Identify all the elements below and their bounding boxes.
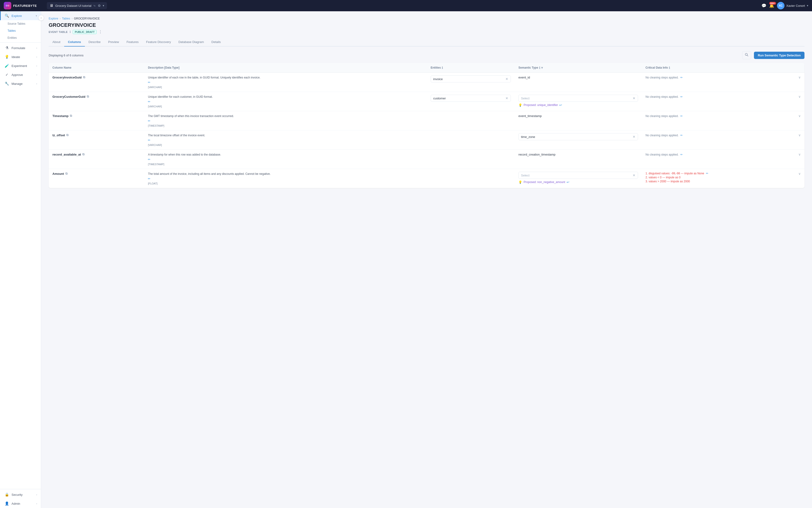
critical-data-info-icon[interactable]: ℹ xyxy=(669,66,670,70)
cleaning-edit-icon-4[interactable]: ✏ xyxy=(680,134,683,137)
sidebar-item-manage[interactable]: 🔧 Manage › xyxy=(0,79,41,88)
semantic-clear-4[interactable]: ✕ xyxy=(633,135,636,139)
notification-button[interactable]: 🔔 999+ xyxy=(769,3,774,8)
semantic-select-2[interactable]: Select ✕ xyxy=(518,95,638,102)
accept-proposed-icon-6[interactable]: ↩ xyxy=(567,180,569,184)
semantic-select-6[interactable]: Select ✕ xyxy=(518,172,638,179)
tab-database-diagram[interactable]: Database Diagram xyxy=(175,38,208,46)
tab-columns[interactable]: Columns xyxy=(64,38,85,46)
sidebar-item-approve[interactable]: ✓ Approve › xyxy=(0,70,41,79)
sidebar-item-tables[interactable]: Tables xyxy=(0,27,41,34)
cell-desc-5: A timestamp for when this row was added … xyxy=(144,150,427,169)
sidebar-item-ideate[interactable]: 💡 Ideate › xyxy=(0,52,41,61)
edit-desc-icon-1[interactable]: ✏ xyxy=(148,81,423,84)
copy-icon-3[interactable]: ⧉ xyxy=(70,114,72,118)
sidebar-item-experiment[interactable]: 🧪 Experiment › xyxy=(0,61,41,70)
breadcrumb-explore[interactable]: Explore xyxy=(49,17,58,20)
breadcrumb-tables[interactable]: Tables xyxy=(62,17,70,20)
tab-preview[interactable]: Preview xyxy=(105,38,123,46)
edit-desc-icon-4[interactable]: ✏ xyxy=(148,138,423,142)
table-row: Amount ⧉ The total amount of the invoice… xyxy=(49,169,805,188)
sidebar-label-approve: Approve xyxy=(11,73,34,77)
copy-icon-5[interactable]: ⧉ xyxy=(82,153,84,156)
expand-icon-2[interactable]: ∨ xyxy=(798,95,801,98)
cleaning-edit-icon-6-1[interactable]: ✏ xyxy=(706,172,708,175)
accept-proposed-icon-2[interactable]: ↩ xyxy=(559,103,562,107)
edit-desc-icon-6[interactable]: ✏ xyxy=(148,177,423,180)
semantic-type-info-icon[interactable]: ℹ xyxy=(539,66,540,70)
semantic-clear-6[interactable]: ✕ xyxy=(633,173,636,177)
entity-select-1[interactable]: invoice ✕ xyxy=(431,75,511,82)
th-column-name: Column Name xyxy=(49,63,144,73)
user-menu[interactable]: XC Xavier Conort ▾ xyxy=(777,2,808,9)
table-row: tz_offset ⧉ The local timezone offset of… xyxy=(49,130,805,150)
cleaning-edit-icon-2[interactable]: ✏ xyxy=(680,95,683,98)
sidebar-collapse-button[interactable]: ‹ xyxy=(38,15,44,21)
sidebar-item-explore[interactable]: 🔍 Explore ▾ xyxy=(0,11,41,20)
tab-features[interactable]: Features xyxy=(123,38,142,46)
semantic-value-5: record_creation_timestamp xyxy=(518,153,556,156)
cell-expand-6: ∨ xyxy=(795,169,805,188)
sidebar-label-ideate: Ideate xyxy=(11,55,34,59)
sidebar-item-source-tables[interactable]: Source Tables xyxy=(0,20,41,27)
nav-project[interactable]: 🖥 Grocery Dataset UI tutorial ⤷ ⚙ ▾ xyxy=(47,2,107,9)
cell-expand-2: ∨ xyxy=(795,92,805,111)
table-type-label: EVENT TABLE xyxy=(49,31,68,33)
semantic-type-filter-icon[interactable]: ▾ xyxy=(541,66,543,70)
expand-icon-4[interactable]: ∨ xyxy=(798,133,801,137)
edit-desc-icon-2[interactable]: ✏ xyxy=(148,100,423,103)
copy-icon-6[interactable]: ⧉ xyxy=(65,172,68,175)
copy-icon-2[interactable]: ⧉ xyxy=(87,95,89,98)
edit-desc-icon-3[interactable]: ✏ xyxy=(148,119,423,123)
project-dropdown-icon[interactable]: ▾ xyxy=(103,4,104,7)
entity-value-2: customer xyxy=(433,96,446,100)
tabs-bar: About Columns Describe Preview Features … xyxy=(49,38,805,46)
tab-about[interactable]: About xyxy=(49,38,64,46)
entities-info-icon[interactable]: ℹ xyxy=(442,66,443,70)
entity-clear-1[interactable]: ✕ xyxy=(505,77,508,81)
sidebar-item-formulate[interactable]: ⚗ Formulate › xyxy=(0,43,41,52)
th-entities: Entities ℹ xyxy=(427,63,515,73)
cell-expand-4: ∨ xyxy=(795,130,805,150)
expand-icon-1[interactable]: ∨ xyxy=(798,75,801,79)
table-header-row: Column Name Description [Data Type] Enti… xyxy=(49,63,805,73)
semantic-select-4[interactable]: time_zone ✕ xyxy=(518,133,638,140)
semantic-clear-2[interactable]: ✕ xyxy=(633,96,636,100)
sidebar-item-admin[interactable]: 👤 Admin › xyxy=(0,499,41,508)
run-semantic-detection-button[interactable]: Run Semantic Type Detection xyxy=(754,52,805,59)
sidebar-item-entities[interactable]: Entities xyxy=(0,34,41,41)
cleaning-edit-icon-1[interactable]: ✏ xyxy=(680,76,683,79)
cleaning-edit-icon-5[interactable]: ✏ xyxy=(680,153,683,156)
sidebar-divider-2 xyxy=(0,489,41,489)
table-type-info-icon[interactable]: ℹ xyxy=(70,30,71,34)
cleaning-edit-icon-3[interactable]: ✏ xyxy=(680,115,683,118)
cell-cleaning-3: No cleaning steps applied. ✏ xyxy=(642,111,795,130)
cell-semantic-4: time_zone ✕ xyxy=(515,130,642,150)
expand-icon-6[interactable]: ∨ xyxy=(798,172,801,175)
tab-describe[interactable]: Describe xyxy=(85,38,105,46)
sidebar-label-source-tables: Source Tables xyxy=(7,22,37,26)
status-badge[interactable]: PUBLIC_DRAFT xyxy=(73,30,96,34)
data-type-4: [VARCHAR] xyxy=(148,143,162,146)
entity-select-2[interactable]: customer ✕ xyxy=(431,95,511,102)
project-settings-icon[interactable]: ⚙ xyxy=(98,4,101,7)
col-desc-4: The local timezone offset of the invoice… xyxy=(148,133,423,137)
tab-details[interactable]: Details xyxy=(208,38,225,46)
cleaning-text-4: No cleaning steps applied. xyxy=(646,134,679,137)
sidebar-bottom: 🔒 Security › 👤 Admin › xyxy=(0,488,41,508)
logo: FEATUREBYTE xyxy=(4,2,45,9)
cell-expand-1: ∨ xyxy=(795,73,805,92)
copy-icon-4[interactable]: ⧉ xyxy=(66,133,69,137)
search-button[interactable] xyxy=(742,51,751,59)
expand-icon-3[interactable]: ∨ xyxy=(798,114,801,118)
edit-desc-icon-5[interactable]: ✏ xyxy=(148,158,423,161)
copy-icon-1[interactable]: ⧉ xyxy=(83,75,85,79)
entity-clear-2[interactable]: ✕ xyxy=(505,96,508,100)
chat-button[interactable]: 💬 xyxy=(762,3,766,8)
tab-feature-discovery[interactable]: Feature Discovery xyxy=(142,38,174,46)
cell-entity-6 xyxy=(427,169,515,188)
expand-icon-5[interactable]: ∨ xyxy=(798,153,801,156)
more-options-button[interactable]: ⋮ xyxy=(98,30,102,34)
sidebar-item-security[interactable]: 🔒 Security › xyxy=(0,490,41,499)
cell-col-name-2: GroceryCustomerGuid ⧉ xyxy=(49,92,144,111)
